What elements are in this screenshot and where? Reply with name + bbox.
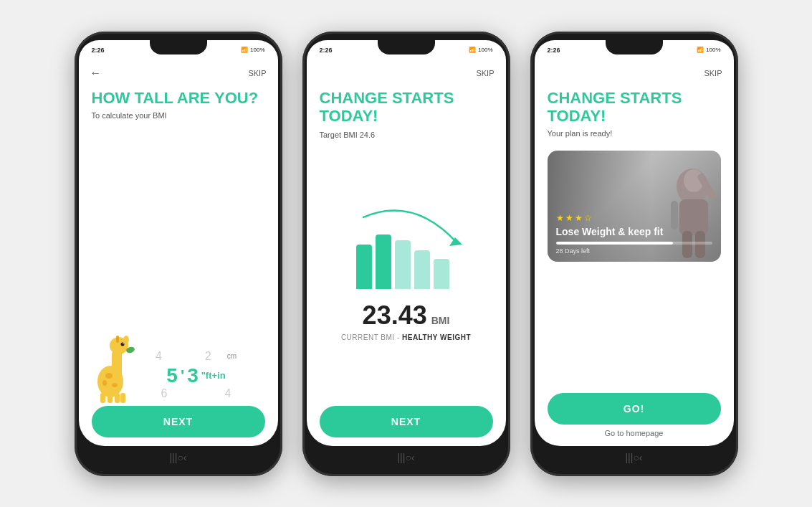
content-1: HOW TALL ARE YOU? To calculate your BMI xyxy=(79,83,278,446)
top-nav-3: SKIP xyxy=(535,60,734,83)
svg-rect-1 xyxy=(112,349,122,387)
nav-back-icon-2: ‹ xyxy=(411,452,415,463)
content-2: CHANGE STARTS TODAY! Target BMI 24.6 xyxy=(307,83,506,446)
bottom-nav-2: ||| ○ ‹ xyxy=(383,446,429,469)
plan-stars: ★★★☆ xyxy=(556,213,712,223)
bmi-number: 23.43 xyxy=(363,300,427,331)
tick-mark: ' xyxy=(181,366,184,385)
status-icons-2: 📶 100% xyxy=(469,47,492,53)
page-title-1: HOW TALL ARE YOU? xyxy=(92,89,265,107)
bar-1 xyxy=(356,245,372,289)
phone-2: 2:26 📶 100% SKIP CHANGE STARTS TODAY! Ta… xyxy=(302,32,510,476)
bars-row xyxy=(356,234,449,289)
nav-lines-icon: ||| xyxy=(169,452,177,463)
skip-button-1[interactable]: SKIP xyxy=(248,69,266,77)
svg-point-8 xyxy=(105,373,113,379)
next-button-2[interactable]: NEXT xyxy=(320,406,493,437)
back-button[interactable]: ← xyxy=(90,67,102,80)
skip-button-3[interactable]: SKIP xyxy=(704,69,722,77)
go-button[interactable]: GO! xyxy=(548,393,721,425)
ghost-bot-left: 6 xyxy=(161,387,168,400)
top-nav-1: ← SKIP xyxy=(79,60,278,83)
page-title-2: CHANGE STARTS TODAY! xyxy=(320,89,493,125)
phone-1: 2:26 📶 100% ← SKIP HOW TALL ARE YOU? To … xyxy=(75,32,282,476)
signal-icon-2: 📶 xyxy=(469,47,476,53)
status-icons-3: 📶 100% xyxy=(697,47,720,53)
inches-value: 3 xyxy=(187,364,199,387)
bmi-chart xyxy=(342,203,471,289)
bottom-nav-3: ||| ○ ‹ xyxy=(611,446,656,469)
subtitle-1: To calculate your BMI xyxy=(92,111,265,120)
notch-3 xyxy=(606,39,663,55)
nav-lines-icon-2: ||| xyxy=(397,452,405,463)
screen-2: SKIP CHANGE STARTS TODAY! Target BMI 24.… xyxy=(307,60,506,446)
card-content: ★★★☆ Lose Weight & keep fit 28 Days left xyxy=(548,151,721,262)
content-3: CHANGE STARTS TODAY! Your plan is ready! xyxy=(535,83,734,446)
notch-2 xyxy=(378,39,435,55)
screen-3: SKIP CHANGE STARTS TODAY! Your plan is r… xyxy=(535,60,734,446)
nav-lines-icon-3: ||| xyxy=(625,452,633,463)
bmi-status-label: CURRENT BMI - HEALTHY WEIGHT xyxy=(341,333,471,341)
plan-card: ★★★☆ Lose Weight & keep fit 28 Days left xyxy=(548,151,721,262)
target-bmi-text: Target BMI 24.6 xyxy=(320,131,493,139)
bar-4 xyxy=(414,250,430,289)
battery-3: 100% xyxy=(706,47,720,53)
nav-home-icon-3: ○ xyxy=(633,452,639,463)
bar-2 xyxy=(376,234,391,289)
skip-button-2[interactable]: SKIP xyxy=(476,69,494,77)
time-1: 2:26 xyxy=(92,47,105,54)
unit-cm: cm xyxy=(227,352,237,360)
plan-title: Lose Weight & keep fit xyxy=(556,226,712,237)
plan-days: 28 Days left xyxy=(556,247,712,255)
signal-icon-1: 📶 xyxy=(241,47,248,53)
feet-value: 5 xyxy=(166,364,178,387)
bmi-display: 23.43 BMI xyxy=(363,300,450,331)
svg-point-10 xyxy=(102,380,107,386)
screen-1: ← SKIP HOW TALL ARE YOU? To calculate yo… xyxy=(79,60,278,446)
progress-bar xyxy=(556,242,712,245)
nav-back-icon: ‹ xyxy=(183,452,187,463)
svg-rect-12 xyxy=(108,393,113,403)
svg-marker-16 xyxy=(449,237,462,246)
page-title-3: CHANGE STARTS TODAY! xyxy=(548,89,721,125)
svg-point-3 xyxy=(123,336,129,344)
homepage-link[interactable]: Go to homepage xyxy=(548,429,721,437)
nav-home-icon: ○ xyxy=(177,452,183,463)
unit-ftin: "ft+in xyxy=(201,370,226,381)
svg-rect-4 xyxy=(116,336,119,343)
nav-home-icon-2: ○ xyxy=(405,452,411,463)
progress-fill xyxy=(556,242,674,245)
time-3: 2:26 xyxy=(548,47,560,54)
height-picker: 4 2 cm 5 ' 3 "ft+in xyxy=(92,127,265,406)
time-2: 2:26 xyxy=(320,47,333,54)
ghost-top-left: 4 xyxy=(156,350,162,363)
next-button-1[interactable]: NEXT xyxy=(92,406,265,437)
ghost-bot-right: 4 xyxy=(225,387,231,400)
bar-5 xyxy=(434,259,449,289)
phones-container: 2:26 📶 100% ← SKIP HOW TALL ARE YOU? To … xyxy=(75,32,738,476)
bmi-chart-area: 23.43 BMI CURRENT BMI - HEALTHY WEIGHT xyxy=(320,139,493,405)
ghost-top-right: 2 xyxy=(205,350,211,363)
svg-rect-11 xyxy=(100,393,105,403)
giraffe-icon xyxy=(89,324,135,406)
svg-rect-14 xyxy=(120,393,125,403)
picker-row-bottom: 6 4 xyxy=(161,387,231,400)
svg-point-9 xyxy=(112,383,118,387)
bmi-unit-label: BMI xyxy=(431,315,450,326)
phone-3: 2:26 📶 100% SKIP CHANGE STARTS TODAY! Yo… xyxy=(530,32,738,476)
svg-rect-13 xyxy=(115,393,120,403)
svg-point-6 xyxy=(123,343,124,344)
notch-1 xyxy=(150,39,207,55)
svg-point-5 xyxy=(120,342,124,346)
signal-icon-3: 📶 xyxy=(697,47,704,53)
top-nav-2: SKIP xyxy=(307,60,506,83)
battery-1: 100% xyxy=(250,47,264,53)
picker-main-row[interactable]: 5 ' 3 "ft+in xyxy=(166,364,225,387)
picker-row-top: 4 2 cm xyxy=(156,350,237,363)
subtitle-3: Your plan is ready! xyxy=(548,129,721,138)
bar-3 xyxy=(395,240,411,289)
battery-2: 100% xyxy=(478,47,492,53)
nav-back-icon-3: ‹ xyxy=(639,452,643,463)
bottom-nav-1: ||| ○ ‹ xyxy=(155,446,201,469)
status-icons-1: 📶 100% xyxy=(241,47,264,53)
